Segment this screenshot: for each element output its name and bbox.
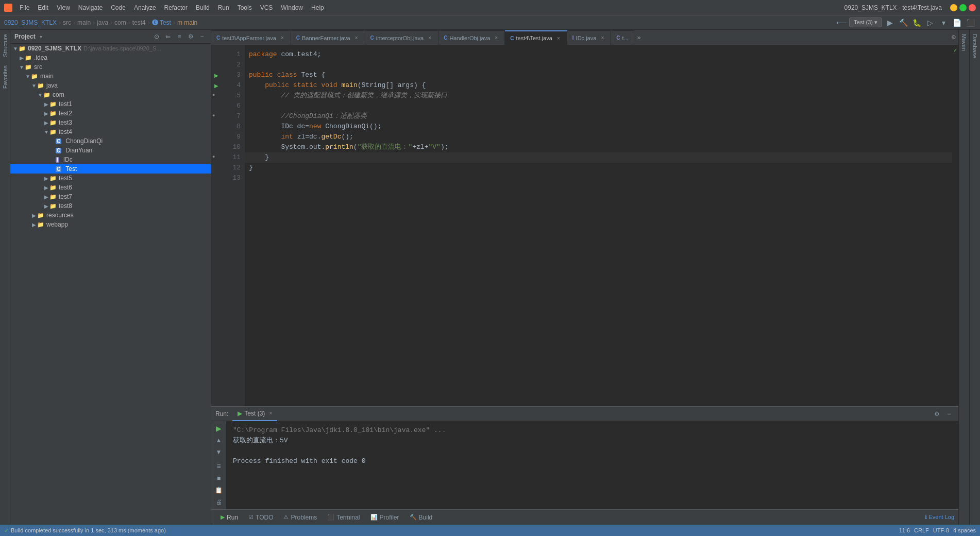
tab-test-close[interactable]: × xyxy=(555,35,562,41)
tree-com[interactable]: 📁 com xyxy=(10,90,211,99)
maximize-button[interactable]: □ xyxy=(959,4,967,11)
gutter-run-main[interactable]: ▶ xyxy=(211,80,222,91)
menu-navigate[interactable]: Navigate xyxy=(75,3,106,12)
breadcrumb-com[interactable]: com xyxy=(114,19,126,26)
settings-icon[interactable]: ⚙ xyxy=(186,32,195,41)
tab-idc-close[interactable]: × xyxy=(599,35,605,41)
gutter-run-class[interactable]: ▶ xyxy=(211,70,222,80)
menu-code[interactable]: Code xyxy=(108,3,129,12)
tab-test[interactable]: C test4\Test.java × xyxy=(505,30,567,45)
open-terminal-icon[interactable]: ⬛ xyxy=(965,17,976,28)
navigate-back-icon[interactable]: ⟵ xyxy=(836,17,847,28)
tree-src[interactable]: 📁 src xyxy=(10,62,211,72)
menu-tools[interactable]: Tools xyxy=(234,3,255,12)
scroll-down-icon[interactable]: ▼ xyxy=(213,447,225,457)
menu-help[interactable]: Help xyxy=(308,3,327,12)
collapse-all-icon[interactable]: ⇐ xyxy=(163,32,173,41)
menu-edit[interactable]: Edit xyxy=(35,3,52,12)
menu-run[interactable]: Run xyxy=(215,3,232,12)
recent-files-icon[interactable]: 📄 xyxy=(951,17,962,28)
run-tab-close[interactable]: × xyxy=(269,410,272,416)
stop-icon[interactable]: ■ xyxy=(213,473,225,483)
print-icon[interactable]: 🖨 xyxy=(213,497,225,507)
event-log-link[interactable]: ℹ Event Log xyxy=(925,514,954,521)
tree-idc[interactable]: I IDc xyxy=(10,155,211,164)
menu-file[interactable]: File xyxy=(16,3,32,12)
wrap-output-icon[interactable]: ≡ xyxy=(213,461,225,471)
close-button[interactable]: × xyxy=(969,4,976,11)
tree-test1[interactable]: 📁 test1 xyxy=(10,99,211,109)
tab-handlerobj[interactable]: C HandlerObj.java × xyxy=(438,30,505,45)
menu-view[interactable]: View xyxy=(54,3,73,12)
tab-bannerfarmer[interactable]: C BannerFarmer.java × xyxy=(291,30,365,45)
indent-setting[interactable]: 4 spaces xyxy=(953,527,976,533)
tree-idea[interactable]: 📁 .idea xyxy=(10,53,211,62)
breadcrumb-project[interactable]: 0920_SJMS_KTLX xyxy=(4,19,57,26)
line-ending[interactable]: CRLF xyxy=(914,527,929,533)
breadcrumb-src[interactable]: src xyxy=(63,19,71,26)
tree-webapp[interactable]: 📁 webapp xyxy=(10,220,211,229)
scroll-up-icon[interactable]: ▲ xyxy=(213,435,225,445)
tab-interceptorobj-close[interactable]: × xyxy=(427,35,433,41)
tab-appfarmer[interactable]: C test3\AppFarmer.java × xyxy=(211,30,291,45)
menu-build[interactable]: Build xyxy=(193,3,213,12)
run-config-selector[interactable]: Test (3) ▾ xyxy=(849,18,882,27)
tab-appfarmer-close[interactable]: × xyxy=(279,35,285,41)
tool-tab-build[interactable]: 🔨 Build xyxy=(404,510,438,525)
tab-handlerobj-close[interactable]: × xyxy=(493,35,499,41)
menu-refactor[interactable]: Refactor xyxy=(161,3,191,12)
tree-test8[interactable]: 📁 test8 xyxy=(10,201,211,211)
menu-window[interactable]: Window xyxy=(278,3,306,12)
tab-overflow-button[interactable]: » xyxy=(634,34,644,41)
tab-idc[interactable]: I IDc.java × xyxy=(567,30,612,45)
tree-root[interactable]: 📁 0920_SJMS_KTLX D:\java-baties-space\09… xyxy=(10,44,211,53)
more-run-options-icon[interactable]: ▾ xyxy=(938,17,949,28)
tab-more[interactable]: C t... xyxy=(611,30,634,45)
favorites-tab[interactable]: Favorites xyxy=(1,61,9,93)
tree-java[interactable]: 📁 java xyxy=(10,81,211,90)
run-with-coverage-icon[interactable]: ▷ xyxy=(924,17,936,28)
maven-panel-tab[interactable]: Maven xyxy=(958,30,969,525)
expand-all-icon[interactable]: ≡ xyxy=(175,32,184,41)
tree-test3[interactable]: 📁 test3 xyxy=(10,118,211,127)
tree-test5[interactable]: 📁 test5 xyxy=(10,174,211,183)
file-encoding[interactable]: UTF-8 xyxy=(933,527,949,533)
tree-test-file[interactable]: C Test xyxy=(10,164,211,174)
settings-bottom-icon[interactable]: ⚙ xyxy=(932,409,942,419)
breadcrumb-main[interactable]: main xyxy=(77,19,91,26)
run-tab-test[interactable]: ▶ Test (3) × xyxy=(232,407,277,421)
tree-test4[interactable]: 📁 test4 xyxy=(10,127,211,136)
close-output-icon[interactable]: 📋 xyxy=(213,485,225,495)
code-editor[interactable]: package com.test4; public class Test { p… xyxy=(245,45,952,406)
minimize-bottom-icon[interactable]: − xyxy=(944,409,954,419)
database-panel-tab[interactable]: Database xyxy=(969,30,980,525)
editor-settings-icon[interactable]: ⚙ xyxy=(951,34,958,41)
breadcrumb-java[interactable]: java xyxy=(97,19,108,26)
tool-tab-run[interactable]: ▶ Run xyxy=(215,510,243,525)
tool-tab-profiler[interactable]: 📊 Profiler xyxy=(365,510,404,525)
run-again-button[interactable]: ▶ xyxy=(213,423,225,433)
cursor-position[interactable]: 11:6 xyxy=(899,527,910,533)
tree-dianyuan[interactable]: C DianYuan xyxy=(10,146,211,155)
tool-tab-terminal[interactable]: ⬛ Terminal xyxy=(322,510,365,525)
menu-vcs[interactable]: VCS xyxy=(257,3,276,12)
tool-tab-problems[interactable]: ⚠ Problems xyxy=(278,510,322,525)
scope-icon[interactable]: ⊙ xyxy=(152,32,161,41)
tool-tab-todo[interactable]: ☑ TODO xyxy=(243,510,278,525)
debug-button[interactable]: 🐛 xyxy=(911,17,922,28)
tree-main[interactable]: 📁 main xyxy=(10,72,211,81)
build-project-icon[interactable]: 🔨 xyxy=(898,17,909,28)
breadcrumb-test4[interactable]: test4 xyxy=(132,19,146,26)
project-dropdown-arrow[interactable]: ▾ xyxy=(40,34,42,40)
breadcrumb-main-method[interactable]: m main xyxy=(177,19,197,26)
breadcrumb-test[interactable]: 🅒 Test xyxy=(152,19,171,26)
tree-test2[interactable]: 📁 test2 xyxy=(10,109,211,118)
tab-bannerfarmer-close[interactable]: × xyxy=(353,35,360,41)
tree-test7[interactable]: 📁 test7 xyxy=(10,192,211,201)
tree-test6[interactable]: 📁 test6 xyxy=(10,183,211,192)
tree-chongdianqi[interactable]: C ChongDianQi xyxy=(10,136,211,146)
minimize-panel-icon[interactable]: − xyxy=(197,32,207,41)
tree-resources[interactable]: 📁 resources xyxy=(10,211,211,220)
run-button[interactable]: ▶ xyxy=(884,17,895,28)
minimize-button[interactable]: − xyxy=(950,4,957,11)
